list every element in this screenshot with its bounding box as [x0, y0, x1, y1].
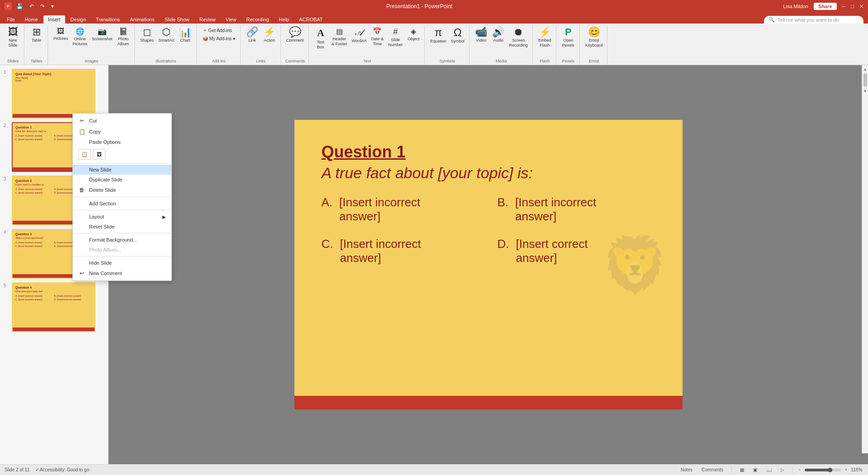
scroll-up-arrow[interactable]: ▲ [862, 66, 868, 72]
ribbon-group-links: 🔗 Link ⚡ Action Links [242, 25, 281, 65]
slide-canvas[interactable]: 🦁 Question 1 A true fact about [your top… [294, 120, 683, 409]
link-button[interactable]: 🔗 Link [244, 26, 261, 44]
slide-sorter-button[interactable]: ▣ [750, 467, 760, 473]
ctx-add-section[interactable]: Add Section [73, 199, 171, 209]
share-button[interactable]: Share [814, 3, 837, 10]
comment-button[interactable]: 💬 Comment [285, 26, 306, 44]
zoom-slider-fill [805, 469, 830, 471]
my-addins-button[interactable]: 📦 My Add-ins ▾ [200, 35, 237, 42]
zoom-minus[interactable]: − [798, 467, 801, 472]
new-slide-button[interactable]: 🖼 NewSlide [5, 26, 21, 49]
right-scrollbar[interactable]: ▲ ▼ [862, 65, 868, 453]
answer-a: A. [Insert incorrectanswer] [322, 195, 479, 223]
equation-icon: π [435, 27, 442, 38]
zoom-plus[interactable]: + [844, 467, 847, 472]
equation-button[interactable]: π Equation [428, 26, 448, 45]
slide-thumb-5[interactable]: 5 Question 4 What does [your topic] eat?… [4, 282, 104, 332]
slide-thumb-1[interactable]: 1 Quiz About [Your Topic] [Your Name][Da… [4, 69, 104, 119]
online-pictures-button[interactable]: 🌐 OnlinePictures [71, 26, 90, 48]
photo-album-button[interactable]: 📓 PhotoAlbum [115, 26, 132, 48]
zoom-slider[interactable] [805, 469, 841, 471]
save-button[interactable]: 💾 [14, 2, 25, 10]
statusbar-left: Slide 2 of 11 ✓ Accessibility: Good to g… [5, 467, 89, 472]
undo-button[interactable]: ↶ [28, 2, 36, 10]
my-addins-icon: 📦 [203, 36, 208, 41]
tab-transitions[interactable]: Transitions [91, 15, 124, 24]
tell-me-bar[interactable]: 🔍 Tell me what you want to do [764, 16, 863, 24]
tab-help[interactable]: Help [275, 15, 294, 24]
emoji-keyboard-button[interactable]: 😊 EmojiKeyboard [583, 26, 605, 49]
ctx-delete-slide[interactable]: 🗑 Delete Slide [73, 185, 171, 195]
tab-acrobat[interactable]: ACROBAT [294, 15, 327, 24]
tab-design[interactable]: Design [66, 15, 90, 24]
screenshot-button[interactable]: 📷 Screenshot [90, 26, 114, 43]
answer-b: B. [Insert incorrectanswer] [498, 195, 655, 223]
redo-button[interactable]: ↷ [38, 2, 47, 10]
ctx-cut[interactable]: ✂ Cut [73, 115, 171, 126]
normal-view-button[interactable]: ▦ [737, 467, 747, 473]
smartart-button[interactable]: ⬡ SmartArt [157, 26, 176, 44]
ctx-layout[interactable]: Layout ▶ [73, 212, 171, 222]
tab-slideshow[interactable]: Slide Show [160, 15, 194, 24]
pictures-button[interactable]: 🖼 Pictures [52, 26, 70, 42]
date-time-button[interactable]: 📅 Date &Time [369, 26, 385, 48]
slide-number-button[interactable]: # SlideNumber [386, 26, 404, 48]
slide-img-5[interactable]: Question 4 What does [your topic] eat? A… [12, 282, 95, 332]
ribbon-group-images-label: Images [85, 59, 99, 65]
reading-view-button[interactable]: 📖 [764, 467, 774, 473]
statusbar-divider-2 [792, 467, 793, 473]
header-footer-button[interactable]: ▤ Header& Footer [330, 26, 349, 48]
paste-icon-2[interactable]: 🖼 [93, 149, 105, 160]
ctx-new-comment[interactable]: ↩ New Comment [73, 268, 171, 279]
tab-animations[interactable]: Animations [125, 15, 159, 24]
close-button[interactable]: ✕ [859, 4, 863, 10]
tab-view[interactable]: View [221, 15, 241, 24]
comments-button[interactable]: Comments [699, 467, 726, 473]
ctx-new-slide[interactable]: New Slide [73, 165, 171, 175]
tab-insert[interactable]: Insert [43, 15, 65, 24]
shapes-button[interactable]: ◻ Shapes [138, 26, 156, 44]
scroll-down-arrow[interactable]: ▼ [862, 88, 868, 94]
restore-button[interactable]: □ [851, 4, 854, 9]
tab-review[interactable]: Review [195, 15, 220, 24]
ctx-divider-5 [73, 256, 171, 256]
action-button[interactable]: ⚡ Action [261, 26, 278, 44]
chart-button[interactable]: 📊 Chart [177, 26, 194, 44]
text-box-button[interactable]: A TextBox [313, 26, 329, 51]
object-button[interactable]: ◈ Object [405, 26, 422, 43]
tab-recording[interactable]: Recording [242, 15, 273, 24]
get-addins-button[interactable]: ＋ Get Add-ins [200, 26, 237, 34]
tell-me-input[interactable]: Tell me what you want to do [778, 17, 839, 23]
notes-button[interactable]: Notes [678, 467, 695, 473]
ctx-reset-slide[interactable]: Reset Slide [73, 222, 171, 232]
minimize-button[interactable]: ─ [842, 4, 846, 9]
customize-qat-button[interactable]: ▾ [49, 2, 56, 10]
scroll-thumb[interactable] [863, 73, 867, 87]
action-icon: ⚡ [263, 27, 275, 37]
slide-img-1[interactable]: Quiz About [Your Topic] [Your Name][Date… [12, 69, 95, 119]
embed-flash-button[interactable]: ⚡ EmbedFlash [536, 26, 553, 49]
zoom-slider-thumb[interactable] [828, 468, 832, 472]
symbol-button[interactable]: Ω Symbol [449, 26, 466, 45]
slideshow-button[interactable]: ▷ [778, 467, 787, 473]
ctx-hide-slide[interactable]: Hide Slide [73, 258, 171, 268]
wordart-button[interactable]: 𝒜 WordArt [350, 26, 368, 44]
tab-home[interactable]: Home [20, 15, 43, 24]
table-icon: ⊞ [33, 27, 41, 37]
slide-num-1: 1 [4, 70, 9, 75]
paste-icon-1[interactable]: 📋 [78, 149, 91, 160]
ribbon-group-flash-label: Flash [540, 59, 550, 65]
ribbon-group-media-label: Media [496, 59, 507, 65]
ctx-duplicate-slide[interactable]: Duplicate Slide [73, 175, 171, 185]
open-pexels-button[interactable]: P OpenPexels [560, 26, 576, 49]
screen-recording-button[interactable]: ⏺ ScreenRecording [508, 26, 530, 49]
answer-c: C. [Insert incorrectanswer] [322, 237, 479, 265]
slide-num-2: 2 [4, 123, 9, 128]
video-button[interactable]: 📹 Video [473, 26, 489, 44]
table-button[interactable]: ⊞ Table [28, 26, 45, 44]
ctx-copy[interactable]: 📋 Copy [73, 126, 171, 137]
ctx-format-background[interactable]: Format Background... [73, 235, 171, 245]
answer-text-a: [Insert incorrectanswer] [339, 195, 420, 223]
tab-file[interactable]: File [2, 15, 19, 24]
audio-button[interactable]: 🔊 Audio [490, 26, 507, 44]
